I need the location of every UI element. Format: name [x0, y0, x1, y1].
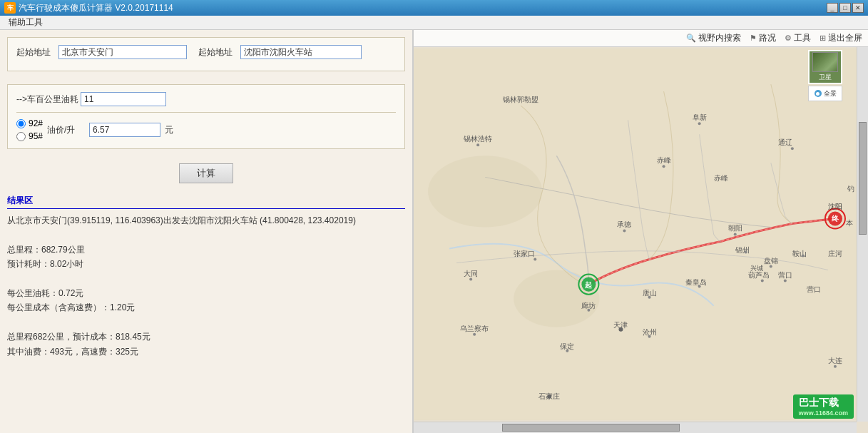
radio-92-label: 92# [29, 118, 43, 128]
svg-point-6 [428, 156, 542, 227]
svg-text:钓: 钓 [847, 185, 854, 193]
svg-text:赤峰: 赤峰 [657, 156, 671, 164]
start-address-label-1: 起始地址 [16, 46, 56, 58]
radio-95-row: 95# [16, 131, 43, 141]
svg-point-47 [566, 350, 568, 352]
svg-text:朝阳: 朝阳 [728, 224, 742, 232]
map-fullscreen-tool[interactable]: ⊞ 退出全屏 [820, 32, 862, 44]
map-search-tool[interactable]: 🔍 视野内搜索 [686, 32, 741, 44]
svg-text:沈阳: 沈阳 [828, 203, 842, 210]
maximize-button[interactable]: □ [839, 3, 851, 13]
svg-point-19 [533, 258, 536, 261]
title-bar-title: 汽车行驶成本傻瓜计算器 V2.0.20171114 [19, 2, 827, 14]
svg-text:鞍山: 鞍山 [792, 250, 807, 258]
start-address-input-1[interactable] [58, 45, 187, 59]
scroll-thumb-vertical[interactable] [859, 122, 867, 235]
result-line-6: 每公里成本（含高速费）：1.20元 [7, 300, 405, 315]
radio-95-label: 95# [29, 131, 43, 141]
menu-bar: 辅助工具 [0, 16, 868, 30]
map-toolbar: 🔍 视野内搜索 ⚑ 路况 ⚙ 工具 ⊞ 退出全屏 [414, 30, 868, 47]
result-line-9: 其中油费：493元，高速费：325元 [7, 345, 405, 359]
svg-point-37 [834, 365, 837, 368]
svg-text:盘锦: 盘锦 [764, 257, 778, 265]
svg-point-10 [476, 143, 479, 146]
svg-point-31 [761, 280, 764, 282]
svg-text:庄河: 庄河 [828, 250, 842, 258]
fuel-price-input[interactable] [89, 123, 160, 137]
svg-point-25 [770, 265, 772, 268]
svg-text:本: 本 [846, 219, 853, 227]
start-address-group-2: 起始地址 [198, 45, 362, 59]
radio-92[interactable] [16, 119, 26, 128]
address-row: 起始地址 起始地址 [16, 45, 396, 59]
result-line-5: 每公里油耗：0.72元 [7, 286, 405, 300]
start-address-input-2[interactable] [240, 45, 362, 59]
full-view-label: 全景 [824, 89, 837, 98]
results-section: 结果区 从北京市天安门(39.915119, 116.403963)出发去沈阳市… [7, 195, 405, 359]
svg-text:乌兰察布: 乌兰察布 [460, 325, 489, 332]
svg-point-14 [734, 233, 737, 235]
map-tools-label: 工具 [794, 32, 811, 44]
map-scrollbar-vertical[interactable] [857, 47, 868, 422]
svg-point-34 [469, 278, 472, 281]
fuel-consumption-label: -->车百公里油耗 [16, 93, 81, 106]
svg-point-45 [698, 285, 701, 288]
satellite-label: 卫星 [819, 73, 832, 82]
start-address-group-1: 起始地址 [16, 45, 187, 59]
main-layout: 起始地址 起始地址 -->车百公里油耗 [0, 30, 868, 433]
svg-point-51 [648, 335, 651, 338]
svg-point-12 [663, 165, 665, 168]
app-icon: 车 [4, 2, 16, 14]
svg-text:唐山: 唐山 [643, 289, 657, 297]
svg-text:沧州: 沧州 [643, 328, 657, 336]
fuel-consumption-input[interactable] [81, 92, 166, 106]
fuel-price-unit: 元 [165, 124, 173, 136]
scroll-thumb-horizontal[interactable] [502, 424, 679, 432]
fuel-consumption-row: -->车百公里油耗 [16, 92, 396, 106]
fuel-price-row: 92# 95# 油价/升 元 [16, 118, 396, 141]
calculate-button[interactable]: 计算 [179, 163, 233, 183]
satellite-button[interactable]: 卫星 [808, 50, 842, 84]
svg-point-49 [547, 394, 551, 399]
result-line-2: 总里程：682.79公里 [7, 243, 405, 257]
svg-point-39 [618, 327, 623, 332]
svg-text:锡林郭勒盟: 锡林郭勒盟 [502, 96, 538, 103]
map-route-label: 路况 [759, 32, 776, 44]
svg-rect-5 [414, 49, 857, 420]
minimize-button[interactable]: _ [827, 3, 838, 13]
svg-point-41 [587, 309, 590, 312]
right-panel: 🔍 视野内搜索 ⚑ 路况 ⚙ 工具 ⊞ 退出全屏 [414, 30, 868, 433]
radio-92-row: 92# [16, 118, 43, 128]
svg-point-21 [623, 229, 626, 232]
svg-point-16 [791, 147, 794, 150]
form-divider [16, 112, 396, 113]
gear-icon: ⚙ [785, 34, 792, 43]
svg-text:营口: 营口 [807, 285, 821, 293]
fullscreen-icon: ⊞ [820, 34, 826, 43]
svg-text:保定: 保定 [560, 342, 574, 350]
full-view-button[interactable]: 全景 [808, 86, 842, 101]
svg-point-53 [473, 333, 476, 336]
svg-text:兴城: 兴城 [750, 265, 763, 272]
svg-point-29 [784, 280, 787, 282]
watermark-url: www.11684.com [799, 409, 848, 417]
svg-text:锡林浩特: 锡林浩特 [463, 135, 492, 143]
map-tools-tool[interactable]: ⚙ 工具 [785, 32, 811, 44]
map-scrollbar-horizontal[interactable] [414, 422, 857, 433]
map-type-controls: 卫星 全景 [808, 50, 842, 101]
fuel-section: -->车百公里油耗 92# 95# 油价/升 元 [7, 84, 405, 149]
results-text: 从北京市天安门(39.915119, 116.403963)出发去沈阳市沈阳火车… [7, 213, 405, 359]
map-fullscreen-label: 退出全屏 [828, 32, 862, 44]
svg-text:秦皇岛: 秦皇岛 [685, 278, 707, 286]
menu-item-tools[interactable]: 辅助工具 [3, 15, 48, 30]
map-route-tool[interactable]: ⚑ 路况 [750, 32, 776, 44]
calculate-section: 计算 [7, 161, 405, 186]
svg-text:廊坊: 廊坊 [581, 302, 596, 310]
svg-point-55 [698, 122, 701, 125]
svg-text:通辽: 通辽 [778, 138, 792, 146]
start-address-label-2: 起始地址 [198, 46, 238, 58]
close-button[interactable]: ✕ [852, 3, 864, 13]
result-line-8: 总里程682公里，预计成本：818.45元 [7, 330, 405, 344]
radio-95[interactable] [16, 132, 26, 141]
title-bar-buttons: _ □ ✕ [827, 3, 864, 13]
